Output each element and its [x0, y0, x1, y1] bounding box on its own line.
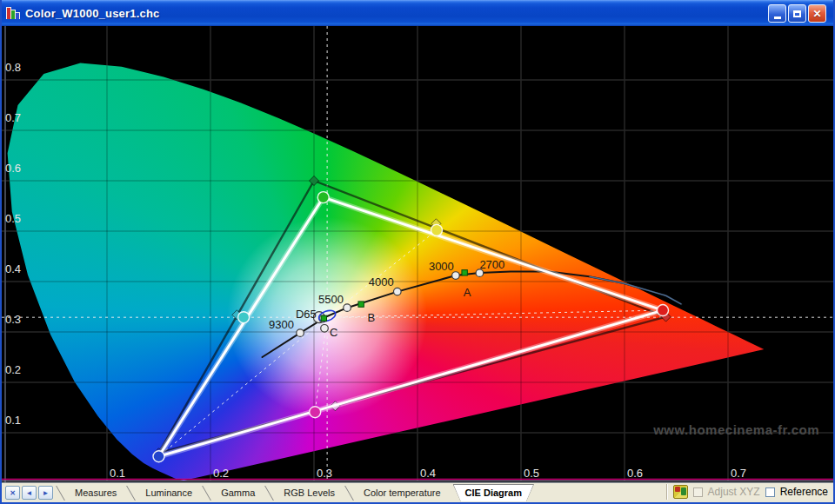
app-icon	[6, 6, 20, 20]
y-tick-label: 0.2	[5, 363, 21, 376]
y-tick-label: 0.7	[5, 111, 21, 124]
illuminant-label-B: B	[368, 311, 376, 324]
tab-label: Measures	[75, 487, 117, 498]
illuminant-marker-9300	[297, 329, 304, 337]
reference-checkbox[interactable]	[765, 487, 775, 497]
x-tick-label: 0.5	[524, 467, 539, 480]
illuminant-label-D65: D65	[296, 308, 317, 321]
title-bar[interactable]: Color_W1000_user1.chc ✕	[0, 0, 835, 27]
illuminant-marker-C	[321, 325, 329, 333]
measured-reading-square	[321, 315, 326, 321]
sensor-icon[interactable]	[673, 485, 688, 499]
illuminant-label-C: C	[330, 326, 337, 339]
tab-cie-diagram[interactable]: CIE Diagram	[453, 484, 534, 501]
watermark: www.homecinema-fr.com	[653, 422, 819, 437]
footer-divider	[666, 484, 668, 500]
maximize-icon	[793, 10, 801, 17]
x-tick-label: 0.7	[731, 467, 746, 480]
x-tick-label: 0.1	[110, 467, 125, 480]
tab-measures[interactable]: Measures	[63, 484, 129, 501]
illuminant-label-4000: 4000	[369, 275, 394, 288]
minimize-button[interactable]	[768, 4, 786, 23]
y-tick-label: 0.1	[5, 414, 21, 427]
close-button[interactable]: ✕	[808, 4, 826, 23]
whitepoint-dashed-line	[159, 317, 328, 456]
reference-label: Reference	[780, 486, 828, 498]
illuminant-label-5500: 5500	[318, 293, 344, 306]
tab-label: Luminance	[145, 487, 192, 498]
tab-label: CIE Diagram	[465, 487, 522, 498]
tab-rgb-levels[interactable]: RGB Levels	[271, 484, 347, 501]
tab-label: RGB Levels	[284, 487, 335, 498]
x-tick-label: 0.3	[317, 467, 332, 480]
blackbody-curve	[263, 271, 682, 357]
tabnav-prev-button[interactable]: ◄	[22, 486, 37, 500]
y-tick-label: 0.5	[5, 212, 21, 225]
illuminant-label-9300: 9300	[269, 318, 294, 331]
tab-navigation: ✕ ◄ ►	[5, 486, 53, 500]
adjust-xyz-label: Adjust XYZ	[708, 486, 760, 498]
close-icon: ✕	[812, 9, 821, 19]
illuminant-marker-5500	[344, 304, 351, 312]
reference-point-green	[310, 176, 319, 186]
y-tick-label: 0.6	[5, 162, 21, 175]
cie-diagram-panel: 9300D65C5500400030002700AB0.10.20.30.40.…	[2, 26, 833, 482]
illuminant-label-A: A	[464, 286, 471, 299]
tab-gamma[interactable]: Gamma	[209, 484, 267, 501]
measured-gamut-triangle	[159, 197, 664, 456]
measured-primary-green[interactable]	[317, 192, 329, 203]
measured-reading-square	[358, 302, 364, 307]
tab-luminance[interactable]: Luminance	[133, 484, 204, 501]
whitepoint-dashed-line	[327, 310, 663, 317]
measured-primary-magenta[interactable]	[310, 407, 321, 418]
tabnav-close-button[interactable]: ✕	[5, 486, 20, 500]
tabnav-next-button[interactable]: ►	[38, 486, 53, 500]
minimize-icon	[774, 17, 781, 19]
tab-color-temperature[interactable]: Color temperature	[351, 484, 453, 501]
measured-primary-red[interactable]	[658, 305, 669, 316]
x-tick-label: 0.2	[213, 467, 229, 480]
measured-primary-cyan[interactable]	[238, 312, 250, 323]
tabs: MeasuresLuminanceGammaRGB LevelsColor te…	[58, 484, 534, 501]
measured-primary-blue[interactable]	[153, 451, 164, 462]
tab-label: Gamma	[221, 487, 255, 498]
illuminant-label-3000: 3000	[429, 260, 454, 273]
window-title: Color_W1000_user1.chc	[25, 7, 160, 20]
y-tick-label: 0.3	[5, 313, 21, 326]
illuminant-label-2700: 2700	[479, 258, 504, 271]
y-tick-label: 0.4	[5, 262, 21, 275]
tab-label: Color temperature	[364, 487, 441, 498]
icon-bar-blue	[15, 12, 20, 19]
measured-gamut-glow	[159, 197, 664, 456]
measured-primary-yellow[interactable]	[431, 224, 443, 235]
x-tick-label: 0.4	[420, 467, 436, 480]
y-tick-label: 0.8	[5, 61, 21, 74]
illuminant-marker-4000	[393, 288, 401, 295]
footer-controls: Adjust XYZ Reference	[666, 483, 828, 501]
measured-reading-square	[462, 270, 467, 275]
application-window: Color_W1000_user1.chc ✕ 9300D65C55004000…	[0, 0, 835, 504]
maximize-button[interactable]	[788, 4, 806, 23]
x-tick-label: 0.6	[627, 467, 643, 480]
diagram-overlay-layer	[2, 26, 833, 482]
adjust-xyz-checkbox[interactable]	[693, 487, 703, 497]
